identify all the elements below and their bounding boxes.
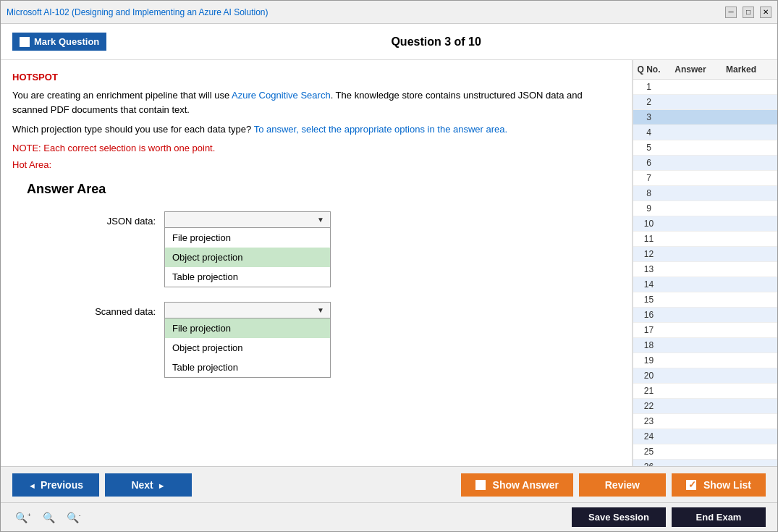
prompt-part1: Which projection type should you use for…: [12, 124, 254, 135]
sidebar-col-qno: Q No.: [636, 64, 661, 75]
zoom-in-button[interactable]: 🔍+: [12, 510, 34, 525]
sidebar-row[interactable]: 6: [633, 156, 777, 171]
sidebar-cell-marked: [719, 279, 763, 290]
show-list-button[interactable]: Show List: [672, 473, 766, 497]
json-object-projection[interactable]: Object projection: [165, 248, 330, 267]
json-dropdown-arrow: ▼: [317, 216, 324, 224]
close-button[interactable]: ✕: [760, 7, 771, 18]
sidebar-cell-qno: 8: [636, 188, 661, 198]
sidebar-row[interactable]: 8: [633, 186, 777, 201]
json-table-projection[interactable]: Table projection: [165, 267, 330, 287]
question-body: You are creating an enrichment pipeline …: [12, 88, 620, 117]
sidebar-row[interactable]: 16: [633, 308, 777, 323]
sidebar-cell-marked: [719, 355, 763, 366]
sidebar-cell-marked: [719, 340, 763, 350]
sidebar-row[interactable]: 15: [633, 292, 777, 308]
sidebar-row[interactable]: 23: [633, 414, 777, 429]
sidebar-row[interactable]: 18: [633, 338, 777, 353]
sidebar-cell-answer: [661, 82, 719, 92]
sidebar-cell-answer: [661, 143, 719, 153]
answer-area-title: Answer Area: [27, 182, 620, 197]
sidebar-row[interactable]: 21: [633, 384, 777, 399]
zoom-out-button[interactable]: 🔍-: [64, 510, 84, 525]
sidebar-cell-marked: [719, 97, 763, 107]
sidebar-cell-qno: 1: [636, 82, 661, 92]
sidebar-cell-qno: 18: [636, 340, 661, 350]
sidebar-row[interactable]: 25: [633, 444, 777, 460]
sidebar-cell-marked: [719, 401, 763, 411]
sidebar-cell-qno: 23: [636, 416, 661, 426]
sidebar-cell-qno: 2: [636, 97, 661, 107]
prompt-highlight: To answer, select the appropriate option…: [254, 124, 508, 135]
question-area: HOTSPOT You are creating an enrichment p…: [1, 60, 633, 466]
next-arrow-icon: [158, 479, 166, 491]
sidebar-row[interactable]: 10: [633, 216, 777, 232]
sidebar-row[interactable]: 13: [633, 262, 777, 277]
titlebar-controls: ─ □ ✕: [725, 7, 771, 18]
review-button[interactable]: Review: [579, 473, 666, 497]
end-exam-button[interactable]: End Exam: [672, 507, 766, 527]
sidebar-row[interactable]: 9: [633, 201, 777, 216]
sidebar-cell-answer: [661, 355, 719, 366]
maximize-button[interactable]: □: [743, 7, 754, 18]
question-text-highlight: Azure Cognitive Search: [232, 90, 331, 101]
sidebar-cell-marked: [719, 188, 763, 198]
json-data-label: JSON data:: [56, 211, 164, 227]
show-list-label: Show List: [703, 479, 751, 491]
sidebar-cell-answer: [661, 416, 719, 426]
sidebar-row[interactable]: 3: [633, 110, 777, 125]
sidebar-row[interactable]: 12: [633, 247, 777, 262]
sidebar-cell-marked: [719, 173, 763, 183]
question-list-sidebar: Q No. Answer Marked 1 2 3 4 5 6: [633, 60, 777, 466]
sidebar-row[interactable]: 22: [633, 399, 777, 414]
sidebar-row[interactable]: 19: [633, 353, 777, 368]
sidebar-cell-answer: [661, 97, 719, 107]
hot-area-label: Hot Area:: [12, 159, 620, 170]
json-data-dropdown[interactable]: ▼: [164, 211, 331, 228]
previous-button[interactable]: Previous: [12, 473, 99, 497]
show-list-checkbox-icon: [686, 480, 696, 490]
question-title: Question 3 of 10: [106, 35, 766, 48]
sidebar-cell-qno: 11: [636, 234, 661, 244]
sidebar-row[interactable]: 24: [633, 429, 777, 444]
sidebar-cell-answer: [661, 188, 719, 198]
mark-question-label: Mark Question: [34, 36, 99, 47]
sidebar-cell-answer: [661, 386, 719, 396]
sidebar-cell-answer: [661, 340, 719, 350]
sidebar-row[interactable]: 14: [633, 277, 777, 292]
sidebar-row[interactable]: 26: [633, 460, 777, 466]
sidebar-cell-marked: [719, 447, 763, 457]
minimize-button[interactable]: ─: [725, 7, 737, 18]
show-answer-button[interactable]: Show Answer: [461, 473, 573, 497]
sidebar-cell-marked: [719, 431, 763, 442]
previous-label: Previous: [41, 479, 83, 491]
sidebar-row[interactable]: 17: [633, 323, 777, 338]
sidebar-cell-qno: 22: [636, 401, 661, 411]
sidebar-row[interactable]: 5: [633, 140, 777, 156]
zoom-reset-button[interactable]: 🔍: [40, 510, 58, 525]
header: Mark Question Question 3 of 10: [1, 24, 777, 60]
sidebar-cell-marked: [719, 127, 763, 138]
next-button[interactable]: Next: [105, 473, 192, 497]
sidebar-cell-answer: [661, 325, 719, 335]
scanned-data-dropdown[interactable]: ▼: [164, 302, 331, 318]
sidebar-row[interactable]: 4: [633, 125, 777, 140]
scanned-file-projection[interactable]: File projection: [165, 318, 330, 338]
sidebar-row[interactable]: 2: [633, 95, 777, 110]
sidebar-row[interactable]: 11: [633, 232, 777, 247]
sidebar-cell-qno: 15: [636, 295, 661, 305]
save-session-button[interactable]: Save Session: [572, 507, 666, 527]
sidebar-row[interactable]: 20: [633, 368, 777, 384]
json-file-projection[interactable]: File projection: [165, 228, 330, 248]
scanned-table-projection[interactable]: Table projection: [165, 358, 330, 377]
scanned-object-projection[interactable]: Object projection: [165, 338, 330, 358]
sidebar-cell-qno: 7: [636, 173, 661, 183]
scanned-data-row: Scanned data: ▼ File projection Object p…: [56, 302, 620, 378]
json-data-menu: File projection Object projection Table …: [164, 228, 331, 287]
sidebar-row[interactable]: 7: [633, 171, 777, 186]
bottom-nav: Previous Next Show Answer Review Show Li…: [1, 466, 777, 502]
sidebar-scroll[interactable]: 1 2 3 4 5 6 7 8: [633, 80, 777, 466]
mark-question-button[interactable]: Mark Question: [12, 33, 106, 51]
main-content: HOTSPOT You are creating an enrichment p…: [1, 60, 777, 466]
sidebar-row[interactable]: 1: [633, 80, 777, 95]
